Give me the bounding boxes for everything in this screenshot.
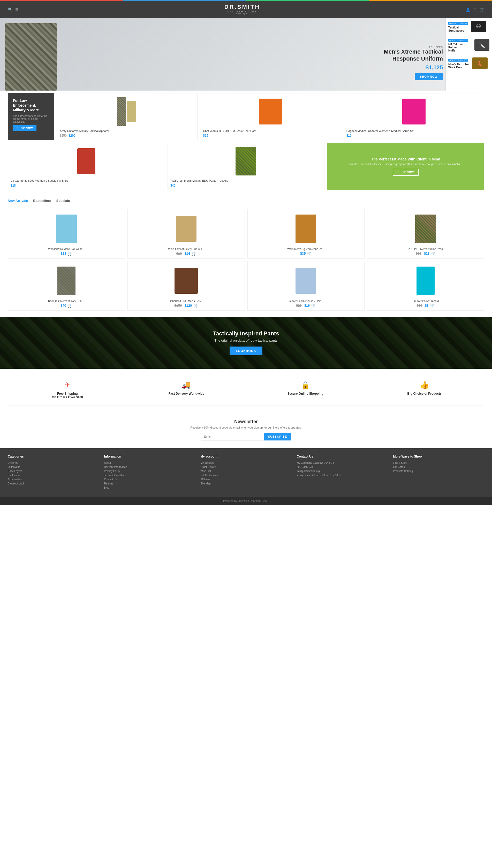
chef-coat-img bbox=[259, 99, 282, 124]
footer-link-backpacks[interactable]: Backpacks bbox=[8, 474, 99, 477]
footer-link-affiliates[interactable]: Affiliates bbox=[200, 478, 292, 481]
big-choice-title: Big Choice of Products bbox=[370, 392, 479, 395]
hero-sidebar-item-boot[interactable]: GET UP TO 35% OFF Men's Helix ToeWork Bo… bbox=[446, 55, 492, 72]
wishlist-icon[interactable]: ♡ bbox=[473, 7, 477, 11]
footer-link-site-map[interactable]: Site Map bbox=[200, 482, 292, 485]
product-card-premier-tabard[interactable]: Premier Pocket Tabard $10 $8 🛒 bbox=[367, 261, 484, 310]
footer-link-terms[interactable]: Terms & Conditions bbox=[104, 474, 195, 477]
product-card-medical-scrub[interactable]: Dagacci Medical Uniform Women's Medical … bbox=[344, 93, 484, 140]
product-image-premier-blouse bbox=[250, 264, 362, 298]
footer-link-base-layers[interactable]: Base Layers bbox=[8, 470, 99, 473]
green-promo-banner: The Perfect Fit Made With Client In Mind… bbox=[327, 143, 484, 190]
footer-link-outerwear[interactable]: Outerwear bbox=[8, 466, 99, 468]
add-to-cart-blouse[interactable]: 🛒 bbox=[311, 304, 316, 308]
product-image-fly-shirt bbox=[10, 146, 162, 177]
footer-contact-phone[interactable]: 800-2345-6789 bbox=[297, 466, 388, 468]
tabs-header: New Arrivals Bestsellers Specials bbox=[8, 197, 484, 205]
footer-link-uniforms[interactable]: Uniforms bbox=[8, 462, 99, 464]
newsletter-email-input[interactable] bbox=[201, 433, 264, 441]
lookbook-button[interactable]: LOOKBOOK bbox=[229, 347, 263, 355]
new-arrivals-row2: Trail Crest Men's Military BDU ... $40 🛒… bbox=[8, 261, 484, 310]
product-card-chef-coat[interactable]: Chef Works JLCL-BLK-M Basic Chef Coat $2… bbox=[200, 93, 341, 140]
green-banner-button[interactable]: SHOP NOW bbox=[393, 169, 418, 176]
product-card-bdu-pants[interactable]: Trail Crest Men's Military BDU Pants-Tro… bbox=[168, 143, 325, 190]
footer-link-privacy[interactable]: Privacy Policy bbox=[104, 470, 195, 473]
product-price-army-uniform: $250 $200 bbox=[60, 134, 195, 137]
footer-link-order-history[interactable]: Order History bbox=[200, 466, 292, 468]
product-card-army-uniform[interactable]: Army Uniforms Military Tactical Apparel … bbox=[57, 93, 198, 140]
footer-link-wish-list[interactable]: Wish List bbox=[200, 470, 292, 473]
tab-new-arrivals[interactable]: New Arrivals bbox=[8, 197, 28, 205]
hero-sidebar-item-name-3: Men's Helix ToeWork Boot bbox=[448, 63, 469, 69]
hero-sidebar-item-knife[interactable]: GET UP TO 35% OFF M1 Taktikal FolderKnif… bbox=[446, 35, 492, 55]
footer-link-gift-cards[interactable]: Gift Cards bbox=[393, 466, 484, 468]
product-card-tru-spec[interactable]: TRU-SPEC Men's Xtreme Resp... $29 $23 🛒 bbox=[367, 209, 484, 259]
hero-sidebar-item-sunglasses[interactable]: GET UP TO 35% OFF TacticalSunglasses 🕶 bbox=[446, 18, 492, 35]
add-to-cart-trail-crest[interactable]: 🛒 bbox=[68, 304, 72, 308]
product-name-trail-crest: Trail Crest Men's Military BDU ... bbox=[10, 300, 122, 303]
header-right-icons: 👤 ♡ 🛒 bbox=[466, 7, 484, 11]
wonderwink-img bbox=[56, 214, 77, 243]
promo-shop-now-button[interactable]: SHOP NOW bbox=[13, 125, 36, 131]
hero-sidebar-knife-image: 🔪 bbox=[474, 39, 489, 51]
footer-link-find-store[interactable]: Find a Store bbox=[393, 462, 484, 464]
tab-bestsellers[interactable]: Bestsellers bbox=[33, 197, 51, 205]
knife-icon: 🔪 bbox=[479, 42, 485, 48]
footer-link-returns[interactable]: Returns bbox=[104, 482, 195, 485]
top-color-bar bbox=[0, 0, 492, 1]
footer-contact-us: Contact Us My Company Glasgow G64 8GB 80… bbox=[297, 455, 388, 490]
price-medical-scrub: $10 bbox=[346, 134, 352, 137]
product-card-wells-lamont[interactable]: Wells Lamont Safety Cuff Glo... $18 $14 … bbox=[127, 209, 245, 259]
product-card-walls-overalls[interactable]: Walls Men's Big Zero Zone Ins... $35 🛒 bbox=[247, 209, 365, 259]
menu-icon[interactable]: ☰ bbox=[15, 7, 19, 11]
product-image-wonderwink bbox=[10, 212, 122, 245]
footer-link-my-account[interactable]: My account bbox=[200, 462, 292, 464]
footer-link-accessories[interactable]: Accessories bbox=[8, 478, 99, 481]
footer-more-ways-title: More Ways to Shop bbox=[393, 455, 484, 458]
price-sale-wells: $14 bbox=[184, 252, 190, 255]
footer-contact-title: Contact Us bbox=[297, 455, 388, 458]
hero-sidebar-item-name-2: M1 Taktikal FolderKnife bbox=[448, 43, 472, 52]
medical-scrub-img bbox=[402, 99, 425, 124]
brand-subtitle: UNIFORM STORE bbox=[224, 10, 260, 13]
add-to-cart-tabard[interactable]: 🛒 bbox=[430, 304, 435, 308]
newsletter-subscribe-button[interactable]: SUBSCRIBE bbox=[264, 433, 291, 441]
product-card-trail-crest[interactable]: Trail Crest Men's Military BDU ... $40 🛒 bbox=[8, 261, 125, 310]
product-name-premier-blouse: Premier Poplin Blouse - Plain ... bbox=[250, 300, 362, 303]
add-to-cart-wells[interactable]: 🛒 bbox=[192, 252, 196, 256]
product-card-premier-blouse[interactable]: Premier Poplin Blouse - Plain ... $20 $1… bbox=[247, 261, 365, 310]
add-to-cart-tru[interactable]: 🛒 bbox=[431, 252, 436, 256]
footer-link-about[interactable]: About bbox=[104, 462, 195, 464]
secure-shopping-title: Secure Online Shopping bbox=[251, 392, 360, 395]
hero-shop-now-button[interactable]: SHOP NOW bbox=[415, 73, 443, 80]
footer-contact-email[interactable]: info@drsmithink.org bbox=[297, 470, 388, 473]
product-image-tru-spec bbox=[370, 212, 482, 245]
color-bar-orange bbox=[369, 0, 492, 1]
footer-link-blog[interactable]: Blog bbox=[104, 486, 195, 489]
newsletter-section: Newsletter Receive a 10% discount code v… bbox=[0, 411, 492, 448]
price-original-timberland: $150 bbox=[174, 304, 182, 307]
product-card-timberland[interactable]: Timberland PRO Men's Helix ... $150 $120… bbox=[127, 261, 245, 310]
price-sale-army: $200 bbox=[69, 134, 75, 137]
footer-link-delivery-info[interactable]: Delivery Information bbox=[104, 466, 195, 468]
footer-link-products-catalog[interactable]: Products Catalog bbox=[393, 470, 484, 473]
product-card-fly-shirt[interactable]: Ed Garments 5291 Women's Batiste Fly Shi… bbox=[8, 143, 165, 190]
footer-contact-address: My Company Glasgow G64 8GB bbox=[297, 462, 388, 464]
account-icon[interactable]: 👤 bbox=[466, 7, 470, 11]
add-to-cart-walls[interactable]: 🛒 bbox=[307, 252, 312, 256]
free-shipping-icon: ✈ bbox=[13, 381, 122, 389]
footer-link-closeout[interactable]: Closeout Vault bbox=[8, 482, 99, 485]
add-to-cart-timberland[interactable]: 🛒 bbox=[193, 304, 198, 308]
newsletter-title: Newsletter bbox=[8, 419, 484, 424]
product-card-wonderwink[interactable]: WonderWink Men's Tall Wond... $28 🛒 bbox=[8, 209, 125, 259]
features-grid: ✈ Free ShippingOn Orders Over $100 🚚 Fas… bbox=[8, 374, 484, 406]
price-sale-timberland: $120 bbox=[184, 304, 192, 307]
cart-icon[interactable]: 🛒 bbox=[480, 7, 484, 11]
tab-specials[interactable]: Specials bbox=[56, 197, 70, 205]
add-to-cart-wonderwink[interactable]: 🛒 bbox=[68, 252, 72, 256]
search-icon[interactable]: 🔍 bbox=[8, 7, 12, 11]
hero-product-figure bbox=[5, 23, 62, 91]
footer-link-contact[interactable]: Contact Us bbox=[104, 478, 195, 481]
new-arrivals-row1: WonderWink Men's Tall Wond... $28 🛒 Well… bbox=[8, 209, 484, 259]
footer-link-gift-certificates[interactable]: Gift Certificates bbox=[200, 474, 292, 477]
